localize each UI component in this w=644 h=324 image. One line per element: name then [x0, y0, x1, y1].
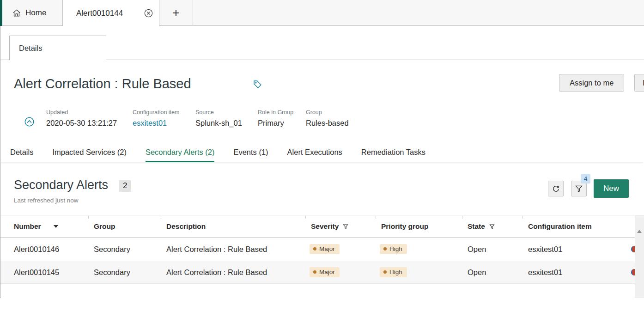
description-cell: Alert Correlation : Rule Based: [166, 245, 267, 254]
column-label: Description: [166, 222, 206, 231]
meta-value: Primary: [258, 119, 293, 128]
severity-badge: Major: [310, 267, 340, 277]
column-divider: [88, 216, 89, 219]
column-label: Group: [94, 222, 115, 231]
meta-field-source: Source Splunk-sh_01: [195, 109, 242, 128]
alert-number-link[interactable]: Alert0010146: [14, 245, 59, 254]
scroll-up-arrow-icon[interactable]: [637, 230, 642, 233]
vertical-scrollbar[interactable]: [635, 215, 644, 298]
group-cell: Secondary: [94, 268, 130, 276]
filter-applied-icon[interactable]: [489, 223, 495, 230]
column-header-group[interactable]: Group: [94, 215, 115, 238]
column-header-severity[interactable]: Severity: [311, 215, 349, 238]
collapse-header-icon[interactable]: [24, 116, 35, 127]
column-label: Priority group: [381, 222, 428, 231]
home-icon: [12, 8, 21, 18]
record-count-badge: 2: [119, 180, 131, 192]
content-left-border: [0, 26, 0, 298]
alert-number-link[interactable]: Alert0010145: [14, 268, 59, 276]
meta-field-configuration-item: Configuration item esxitest01: [133, 109, 179, 128]
meta-label: Role in Group: [258, 109, 293, 116]
filter-applied-icon[interactable]: [342, 223, 349, 230]
tab-details[interactable]: Details: [10, 143, 33, 162]
column-divider: [305, 216, 306, 219]
column-divider: [462, 216, 462, 219]
tab-home[interactable]: Home: [2, 0, 63, 26]
meta-field-updated: Updated 2020-05-30 13:21:27: [46, 109, 117, 128]
tab-record-alert[interactable]: Alert0010144: [63, 0, 159, 26]
meta-field-role-in-group: Role in Group Primary: [258, 109, 293, 128]
filter-count-badge: 4: [581, 174, 590, 183]
column-header-state[interactable]: State: [468, 215, 495, 238]
priority-dot-icon: [383, 247, 387, 251]
priority-dot-icon: [383, 270, 387, 274]
severity-dot-icon: [313, 247, 316, 251]
state-cell: Open: [468, 245, 486, 254]
tab-secondary-alerts[interactable]: Secondary Alerts (2): [146, 143, 214, 162]
workspace-tab-bar: Home Alert0010144 +: [0, 0, 644, 26]
column-label: Number: [14, 222, 41, 231]
severity-label: Major: [319, 245, 335, 252]
priority-label: High: [389, 245, 402, 252]
meta-value: 2020-05-30 13:21:27: [46, 119, 117, 128]
refresh-icon: [552, 184, 560, 193]
tab-events[interactable]: Events (1): [233, 143, 268, 162]
priority-label: High: [389, 269, 402, 275]
meta-label: Group: [306, 109, 349, 116]
column-header-priority-group[interactable]: Priority group: [381, 215, 428, 238]
column-header-number[interactable]: Number: [14, 215, 58, 238]
severity-badge: Major: [310, 244, 340, 254]
new-tab-button[interactable]: +: [159, 0, 193, 26]
close-tab-icon[interactable]: [144, 8, 153, 18]
column-label: Configuration item: [528, 222, 592, 231]
plus-icon: +: [172, 6, 180, 20]
tab-impacted-services[interactable]: Impacted Services (2): [52, 143, 126, 162]
severity-dot-icon: [313, 270, 316, 274]
new-button[interactable]: New: [594, 179, 629, 198]
configuration-item-link[interactable]: esxitest01: [528, 245, 562, 254]
meta-label: Configuration item: [133, 109, 179, 116]
meta-field-group: Group Rules-based: [306, 109, 349, 128]
column-divider: [161, 216, 161, 219]
description-cell: Alert Correlation : Rule Based: [166, 268, 267, 276]
page-title: Alert Correlation : Rule Based: [14, 76, 191, 92]
table-row: Alert0010146 Secondary Alert Correlation…: [0, 238, 644, 261]
meta-value: Splunk-sh_01: [195, 119, 242, 128]
tab-home-label: Home: [25, 8, 46, 18]
clipped-action-button[interactable]: I: [634, 74, 644, 92]
group-cell: Secondary: [94, 245, 130, 254]
assign-to-me-button[interactable]: Assign to me: [559, 74, 624, 92]
column-label: Severity: [311, 222, 339, 231]
column-header-description[interactable]: Description: [166, 215, 206, 238]
tag-icon[interactable]: [253, 79, 262, 89]
meta-label: Source: [195, 109, 242, 116]
section-title: Secondary Alerts: [14, 178, 108, 192]
priority-badge: High: [380, 244, 407, 254]
severity-label: Major: [319, 269, 335, 275]
record-tabs: Details Impacted Services (2) Secondary …: [0, 143, 644, 162]
tab-remediation-tasks[interactable]: Remediation Tasks: [361, 143, 425, 162]
table-header: Number Group Description Severity Priori…: [0, 215, 644, 238]
column-label: State: [468, 222, 485, 231]
state-cell: Open: [468, 268, 486, 276]
refresh-button[interactable]: [548, 181, 564, 196]
priority-badge: High: [380, 267, 407, 277]
tab-record-label: Alert0010144: [76, 9, 123, 18]
sort-descending-icon: [54, 225, 58, 228]
funnel-icon: [575, 184, 583, 193]
meta-value: Rules-based: [306, 119, 349, 128]
last-refreshed-text: Last refreshed just now: [14, 197, 79, 204]
column-divider: [376, 216, 376, 219]
column-header-configuration-item[interactable]: Configuration item: [528, 215, 592, 238]
panel-tab-label: Details: [19, 44, 42, 53]
workspace-screen: Home Alert0010144 + Details Alert Correl…: [0, 0, 644, 324]
configuration-item-link[interactable]: esxitest01: [133, 119, 179, 128]
table-row: Alert0010145 Secondary Alert Correlation…: [0, 261, 644, 284]
column-divider: [522, 216, 523, 219]
tab-alert-executions[interactable]: Alert Executions: [287, 143, 342, 162]
configuration-item-link[interactable]: esxitest01: [528, 268, 562, 276]
panel-tab-details[interactable]: Details: [9, 36, 106, 60]
meta-label: Updated: [46, 109, 117, 116]
